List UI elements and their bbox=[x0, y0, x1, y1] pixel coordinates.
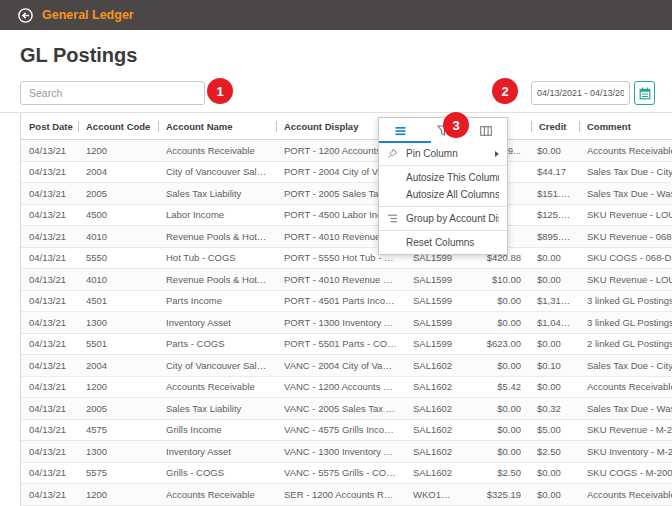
table-cell-account-name: Inventory Asset bbox=[158, 312, 276, 333]
table-cell-credit: $0.00 bbox=[531, 140, 579, 161]
search-input[interactable] bbox=[20, 81, 205, 105]
menu-item-group-by-account-display[interactable]: Group by Account Display bbox=[379, 210, 507, 227]
table-row[interactable]: 04/13/214575Grills IncomeVANC - 4575 Gri… bbox=[21, 420, 672, 442]
column-header[interactable]: Credit bbox=[531, 113, 579, 139]
table-cell-comment: Sales Tax Due - City of V bbox=[579, 355, 672, 376]
table-cell-debit: $0.00 bbox=[463, 312, 531, 333]
menu-tab-general[interactable] bbox=[379, 118, 422, 143]
calendar-button[interactable] bbox=[634, 81, 655, 105]
table-cell-account-name: Revenue Pools & Hot Tubs bbox=[158, 269, 276, 290]
table-row[interactable]: 04/13/211200Accounts ReceivablePORT - 12… bbox=[21, 140, 672, 162]
table-cell-credit: $0.00 bbox=[531, 334, 579, 355]
table-cell-account-code: 2004 bbox=[78, 162, 158, 183]
table-row[interactable]: 04/13/215501Parts - COGSPORT - 5501 Part… bbox=[21, 334, 672, 356]
table-row[interactable]: 04/13/211300Inventory AssetPORT - 1300 I… bbox=[21, 312, 672, 334]
back-icon[interactable] bbox=[18, 8, 33, 23]
selected-tab-underline bbox=[379, 141, 431, 143]
table-cell-post-date: 04/13/21 bbox=[21, 205, 78, 226]
pin-icon bbox=[387, 148, 398, 159]
table-cell-credit: $5.00 bbox=[531, 420, 579, 441]
table-cell-account-code: 5575 bbox=[78, 463, 158, 484]
table-cell-comment: Sales Tax Due - Washing bbox=[579, 183, 672, 204]
step-badge-2: 2 bbox=[492, 78, 518, 104]
table-cell-account-name: Accounts Receivable bbox=[158, 377, 276, 398]
table-cell-account-name: Revenue Pools & Hot Tubs bbox=[158, 226, 276, 247]
table-cell-debit: $10.00 bbox=[463, 269, 531, 290]
table-row[interactable]: 04/13/211300Inventory AssetVANC - 1300 I… bbox=[21, 441, 672, 463]
table-cell-account-code: 4575 bbox=[78, 420, 158, 441]
menu-tab-columns[interactable] bbox=[464, 118, 507, 143]
table-cell-account-display: SER - 1200 Accounts Receivable bbox=[276, 484, 405, 505]
table-cell-account-name: Accounts Receivable bbox=[158, 140, 276, 161]
column-header[interactable]: Post Date bbox=[21, 113, 78, 139]
table-cell-debit: $0.00 bbox=[463, 291, 531, 312]
table-cell-credit: $0.32 bbox=[531, 398, 579, 419]
table-row[interactable]: 04/13/212004City of Vancouver Sales Tax … bbox=[21, 162, 672, 184]
step-badge-3: 3 bbox=[443, 112, 469, 138]
table-row[interactable]: 04/13/211200Accounts ReceivableVANC - 12… bbox=[21, 377, 672, 399]
table-cell-credit: $0.00 bbox=[531, 463, 579, 484]
table-row[interactable]: 04/13/215550Hot Tub - COGSPORT - 5550 Ho… bbox=[21, 248, 672, 270]
table-row[interactable]: 04/13/214010Revenue Pools & Hot TubsPORT… bbox=[21, 269, 672, 291]
table-row[interactable]: 04/13/215575Grills - COGSVANC - 5575 Gri… bbox=[21, 463, 672, 485]
column-header[interactable]: Comment bbox=[579, 113, 672, 139]
table-cell-credit: $0.00 bbox=[531, 377, 579, 398]
table-row[interactable]: 04/13/212005Sales Tax LiabilityPORT - 20… bbox=[21, 183, 672, 205]
table-cell-credit: $0.00 bbox=[531, 484, 579, 505]
column-header[interactable]: Account Code bbox=[78, 113, 158, 139]
table-cell-credit: $151.09 bbox=[531, 183, 579, 204]
table-cell-account-display: PORT - 1300 Inventory Asset bbox=[276, 312, 405, 333]
table-row[interactable]: 04/13/211200Accounts ReceivableSER - 120… bbox=[21, 484, 672, 506]
table-cell-post-date: 04/13/21 bbox=[21, 463, 78, 484]
table-row[interactable]: 04/13/214010Revenue Pools & Hot TubsPORT… bbox=[21, 226, 672, 248]
table-cell-debit: $623.00 bbox=[463, 334, 531, 355]
table-cell-account-display: VANC - 5575 Grills - COGS bbox=[276, 463, 405, 484]
menu-item-label: Autosize All Columns bbox=[406, 189, 499, 200]
table-cell-post-date: 04/13/21 bbox=[21, 441, 78, 462]
table-row[interactable]: 04/13/212004City of Vancouver Sales Tax … bbox=[21, 355, 672, 377]
table-cell-credit: $1,043... bbox=[531, 312, 579, 333]
table-cell-account-code: 2005 bbox=[78, 183, 158, 204]
table-cell-post-date: 04/13/21 bbox=[21, 377, 78, 398]
table-cell-credit: $0.00 bbox=[531, 248, 579, 269]
menu-item-pin-column[interactable]: Pin Column bbox=[379, 145, 507, 162]
table-cell-account-code: 1300 bbox=[78, 441, 158, 462]
table-cell-account-display: VANC - 4575 Grills Income bbox=[276, 420, 405, 441]
table-cell-credit: $1,314... bbox=[531, 291, 579, 312]
table-cell-account-code: 4010 bbox=[78, 226, 158, 247]
menu-item-autosize-all-columns[interactable]: Autosize All Columns bbox=[379, 186, 507, 203]
table-cell-ref: SAL1602 bbox=[405, 420, 463, 441]
table-cell-account-name: City of Vancouver Sales Tax ... bbox=[158, 355, 276, 376]
table-row[interactable]: 04/13/212005Sales Tax LiabilityVANC - 20… bbox=[21, 398, 672, 420]
table-cell-post-date: 04/13/21 bbox=[21, 140, 78, 161]
table-cell-comment: SKU Inventory - M-200 bbox=[579, 441, 672, 462]
table-body: 04/13/211200Accounts ReceivablePORT - 12… bbox=[21, 140, 672, 506]
table-cell-comment: 3 linked GL Postings. bbox=[579, 291, 672, 312]
date-range-input[interactable] bbox=[531, 81, 630, 105]
app-header-bar: General Ledger bbox=[0, 0, 672, 30]
table-cell-account-name: Inventory Asset bbox=[158, 441, 276, 462]
submenu-arrow-icon bbox=[495, 151, 499, 157]
table-cell-account-name: Accounts Receivable bbox=[158, 484, 276, 505]
table-cell-ref: SAL1599 bbox=[405, 312, 463, 333]
menu-item-label: Autosize This Column bbox=[406, 172, 499, 183]
table-cell-ref: SAL1602 bbox=[405, 463, 463, 484]
table-cell-account-display: VANC - 2004 City of Vancouver ... bbox=[276, 355, 405, 376]
menu-item-reset-columns[interactable]: Reset Columns bbox=[379, 234, 507, 251]
table-cell-ref: SAL1599 bbox=[405, 269, 463, 290]
menu-item-autosize-this-column[interactable]: Autosize This Column bbox=[379, 169, 507, 186]
table-cell-account-name: Grills - COGS bbox=[158, 463, 276, 484]
table-cell-account-display: VANC - 1200 Accounts Receiva... bbox=[276, 377, 405, 398]
table-cell-post-date: 04/13/21 bbox=[21, 398, 78, 419]
table-cell-comment: Accounts Receivable bbox=[579, 484, 672, 505]
gl-postings-table: Post DateAccount CodeAccount NameAccount… bbox=[20, 113, 672, 506]
hamburger-menu-icon bbox=[395, 126, 406, 136]
table-cell-account-name: City of Vancouver Sales Tax ... bbox=[158, 162, 276, 183]
table-cell-account-code: 1200 bbox=[78, 484, 158, 505]
table-cell-post-date: 04/13/21 bbox=[21, 248, 78, 269]
table-row[interactable]: 04/13/214500Labor IncomePORT - 4500 Labo… bbox=[21, 205, 672, 227]
column-header[interactable]: Account Name bbox=[158, 113, 276, 139]
table-cell-credit: $0.00 bbox=[531, 269, 579, 290]
table-row[interactable]: 04/13/214501Parts IncomePORT - 4501 Part… bbox=[21, 291, 672, 313]
table-cell-ref: SAL1602 bbox=[405, 355, 463, 376]
